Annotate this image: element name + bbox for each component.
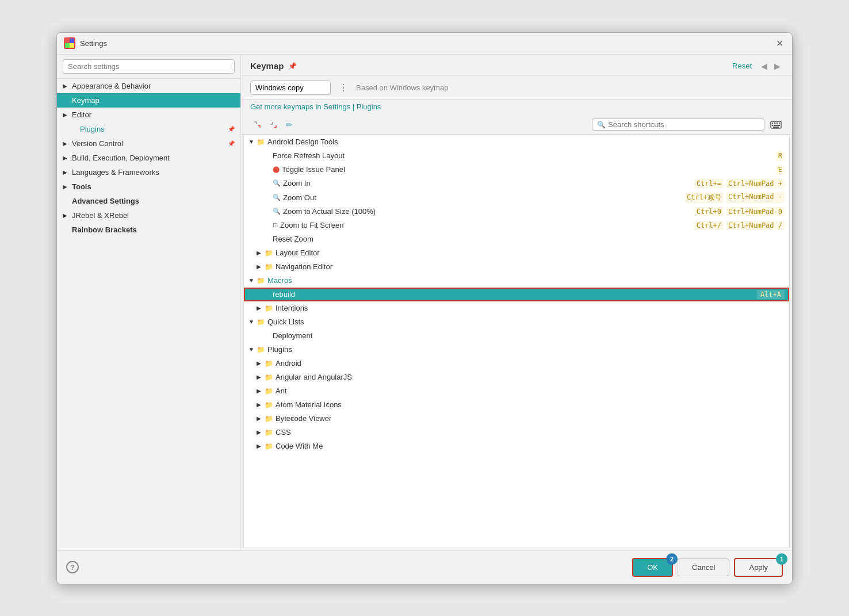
apply-button[interactable]: Apply 1: [734, 558, 783, 577]
error-icon: ⬤: [273, 166, 280, 173]
tree-row-quick-lists[interactable]: ▼ 📁 Quick Lists: [244, 315, 789, 329]
sidebar-item-editor[interactable]: ▶ Editor: [57, 108, 240, 122]
tree-row-force-refresh[interactable]: Force Refresh Layout R: [244, 149, 789, 163]
app-icon: [64, 37, 75, 49]
tree-row-android[interactable]: ▶ 📁 Android: [244, 357, 789, 370]
chevron-icon: ▶: [63, 140, 70, 147]
tree-row-zoom-fit[interactable]: ⊡ Zoom to Fit Screen Ctrl+/ Ctrl+NumPad …: [244, 219, 789, 232]
help-button[interactable]: ?: [66, 561, 79, 573]
svg-rect-3: [70, 43, 74, 48]
tree-row-toggle-issue[interactable]: ⬤ Toggle Issue Panel E: [244, 163, 789, 177]
sidebar-item-jrebel[interactable]: ▶ JRebel & XRebel: [57, 208, 240, 223]
nav-arrows: ◀ ▶: [759, 60, 783, 72]
toolbar-search: 🔍: [592, 118, 764, 131]
sidebar-item-appearance[interactable]: ▶ Appearance & Behavior: [57, 79, 240, 93]
shortcut-tag: Ctrl+NumPad -: [726, 192, 785, 203]
shortcut-tag: Ctrl+=: [694, 179, 724, 188]
tree-item-label: Bytecode Viewer: [276, 414, 785, 423]
folder-icon: 📁: [265, 401, 273, 409]
sidebar-item-tools[interactable]: ▶ Tools: [57, 179, 240, 194]
shortcut-pair: Ctrl+= Ctrl+NumPad +: [694, 179, 785, 188]
tree-row-code-with-me[interactable]: ▶ 📁 Code With Me: [244, 439, 789, 453]
tree-row-layout-editor[interactable]: ▶ 📁 Layout Editor: [244, 246, 789, 260]
zoom-out-icon: 🔍: [273, 194, 281, 201]
nav-forward-button[interactable]: ▶: [772, 60, 783, 72]
keymap-select[interactable]: Windows copy: [250, 81, 331, 95]
sidebar-item-keymap[interactable]: Keymap: [57, 93, 240, 108]
folder-icon: 📁: [265, 442, 273, 450]
chevron-icon: ▶: [63, 112, 70, 118]
tree-item-label: Zoom In: [283, 179, 694, 188]
chevron-icon: ▶: [257, 401, 265, 408]
folder-icon: 📁: [265, 263, 273, 271]
tree-row-macros[interactable]: ▼ 📁 Macros: [244, 274, 789, 288]
tree-row-android-design-tools[interactable]: ▼ 📁 Android Design Tools: [244, 135, 789, 149]
reset-link[interactable]: Reset: [732, 62, 752, 70]
shortcut-pair: Ctrl+/ Ctrl+NumPad /: [694, 221, 785, 230]
chevron-icon: ▼: [248, 277, 257, 284]
more-options-button[interactable]: ⋮: [335, 81, 351, 94]
sidebar-item-vcs[interactable]: ▶ Version Control 📌: [57, 136, 240, 151]
cancel-button[interactable]: Cancel: [678, 558, 729, 576]
sidebar: ▶ Appearance & Behavior Keymap ▶ Editor …: [57, 55, 241, 550]
tree-row-css[interactable]: ▶ 📁 CSS: [244, 426, 789, 439]
shortcut-search-input[interactable]: [608, 120, 759, 129]
shortcut-tag: Ctrl+NumPad /: [726, 221, 785, 230]
close-button[interactable]: ✕: [774, 37, 785, 49]
sidebar-item-advanced[interactable]: Advanced Settings: [57, 194, 240, 208]
expand-all-button[interactable]: [250, 118, 264, 132]
tree-item-label: CSS: [276, 428, 785, 437]
tree-row-zoom-actual[interactable]: 🔍 Zoom to Actual Size (100%) Ctrl+0 Ctrl…: [244, 205, 789, 219]
sidebar-item-label: Plugins: [80, 125, 105, 133]
tree-row-intentions[interactable]: ▶ 📁 Intentions: [244, 301, 789, 315]
ok-button[interactable]: OK 2: [632, 558, 673, 577]
sidebar-item-languages[interactable]: ▶ Languages & Frameworks: [57, 165, 240, 179]
tree-item-label: Zoom Out: [283, 193, 684, 202]
tree-row-reset-zoom[interactable]: Reset Zoom: [244, 232, 789, 246]
chevron-icon: ▶: [63, 155, 70, 161]
svg-rect-9: [779, 123, 780, 124]
svg-rect-10: [772, 125, 773, 126]
sidebar-item-build[interactable]: ▶ Build, Execution, Deployment: [57, 151, 240, 165]
toolbar: ✏ 🔍: [241, 116, 792, 135]
tree-row-navigation-editor[interactable]: ▶ 📁 Navigation Editor: [244, 260, 789, 274]
tree-panel: ▼ 📁 Android Design Tools Force Refresh L…: [243, 135, 790, 548]
sidebar-item-label: Keymap: [72, 96, 100, 105]
shortcut-tag: Ctrl+减号: [684, 192, 724, 203]
collapse-all-button[interactable]: [266, 118, 280, 132]
svg-rect-12: [775, 125, 778, 126]
sidebar-item-plugins[interactable]: Plugins 📌: [57, 122, 240, 136]
tree-item-label: Code With Me: [276, 442, 785, 450]
chevron-icon: ▶: [63, 212, 70, 219]
keymaps-link-row: Get more keymaps in Settings | Plugins: [241, 100, 792, 116]
search-icon: 🔍: [597, 121, 606, 129]
sidebar-search-input[interactable]: [63, 59, 235, 74]
tree-row-zoom-in[interactable]: 🔍 Zoom In Ctrl+= Ctrl+NumPad +: [244, 177, 789, 190]
tree-row-zoom-out[interactable]: 🔍 Zoom Out Ctrl+减号 Ctrl+NumPad -: [244, 190, 789, 205]
panel-pin-icon: 📌: [288, 62, 297, 70]
pin-icon: 📌: [228, 140, 235, 147]
tree-row-bytecode[interactable]: ▶ 📁 Bytecode Viewer: [244, 412, 789, 426]
folder-icon: 📁: [265, 387, 273, 395]
chevron-icon: ▶: [257, 374, 265, 380]
edit-shortcut-button[interactable]: ✏: [282, 118, 296, 132]
folder-icon: 📁: [257, 318, 265, 326]
tree-row-atom-material[interactable]: ▶ 📁 Atom Material Icons: [244, 398, 789, 412]
nav-back-button[interactable]: ◀: [759, 60, 770, 72]
sidebar-item-label: Build, Execution, Deployment: [72, 154, 170, 162]
tree-row-plugins[interactable]: ▼ 📁 Plugins: [244, 343, 789, 357]
folder-icon: 📁: [265, 249, 273, 257]
tree-row-deployment[interactable]: Deployment: [244, 329, 789, 343]
tree-item-label: rebuild: [273, 290, 757, 299]
title-bar-left: Settings: [64, 37, 107, 49]
tree-row-angular[interactable]: ▶ 📁 Angular and AngularJS: [244, 370, 789, 384]
sidebar-item-rainbow[interactable]: Rainbow Brackets: [57, 223, 240, 237]
chevron-icon: ▶: [257, 415, 265, 422]
sidebar-item-label: Editor: [72, 110, 91, 119]
folder-icon: 📁: [265, 415, 273, 423]
tree-row-ant[interactable]: ▶ 📁 Ant: [244, 384, 789, 398]
tree-row-rebuild[interactable]: rebuild Alt+A: [244, 288, 789, 301]
keymaps-settings-link[interactable]: Get more keymaps in Settings | Plugins: [250, 102, 381, 111]
folder-icon: 📁: [265, 428, 273, 437]
keyboard-layout-button[interactable]: [769, 118, 783, 132]
